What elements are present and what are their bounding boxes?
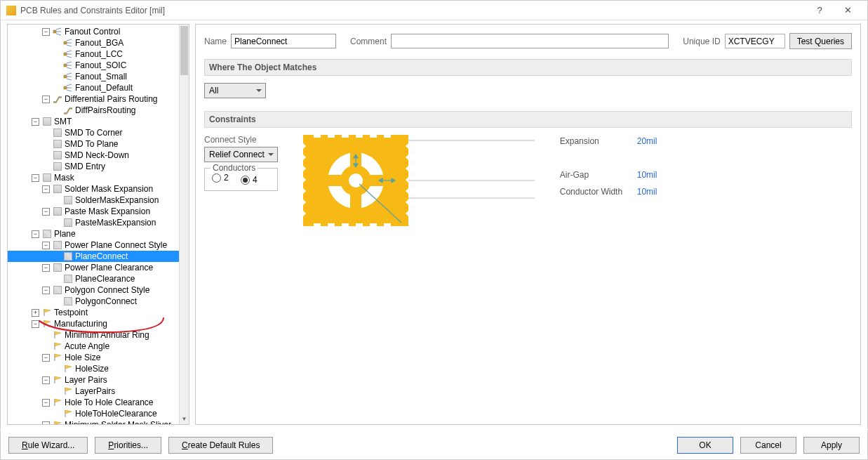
svg-rect-40	[370, 135, 377, 138]
sq-icon	[42, 117, 52, 126]
ok-button[interactable]: OK	[677, 437, 733, 454]
create-default-rules-button[interactable]: Create Default Rules	[168, 437, 273, 454]
tree-scrollbar[interactable]: ▲ ▼	[179, 25, 189, 424]
svg-line-21	[67, 84, 72, 86]
tree-item[interactable]: Fanout_LCC	[8, 48, 179, 60]
tree-item[interactable]: −Minimum Solder Mask Sliver	[8, 419, 179, 424]
connect-style-select[interactable]: Relief Connect	[204, 147, 278, 162]
tree-item[interactable]: LayerPairs	[8, 386, 179, 397]
tree-item[interactable]: −Hole To Hole Clearance	[8, 397, 179, 408]
collapse-toggle[interactable]: −	[42, 354, 50, 362]
tree-item[interactable]: Minimum Annular Ring	[8, 329, 179, 341]
tree-item[interactable]: −Hole Size	[8, 352, 179, 363]
route-icon	[63, 106, 73, 114]
rules-tree[interactable]: −Fanout ControlFanout_BGAFanout_LCCFanou…	[7, 24, 189, 425]
tree-item[interactable]: −Fanout Control	[8, 26, 179, 37]
priorities-button[interactable]: Priorities...	[95, 437, 161, 454]
collapse-toggle[interactable]: −	[42, 28, 50, 36]
collapse-toggle[interactable]: −	[42, 242, 50, 249]
where-section-header: Where The Object Matches	[204, 59, 852, 76]
expansion-value[interactable]: 20mil	[637, 136, 679, 146]
collapse-toggle[interactable]: −	[42, 208, 50, 216]
tree-item[interactable]: PlaneConnect	[8, 251, 179, 262]
rule-wizard-button[interactable]: Rule Wizard...	[8, 437, 88, 454]
collapse-toggle[interactable]: −	[42, 264, 50, 272]
tree-item[interactable]: −Solder Mask Expansion	[8, 183, 179, 195]
tree-item[interactable]: Fanout_BGA	[8, 37, 179, 48]
tree-item[interactable]: SolderMaskExpansion	[8, 195, 179, 206]
name-input[interactable]	[231, 34, 336, 48]
flag-icon	[42, 320, 52, 328]
tree-item-label: SMD Neck-Down	[64, 150, 129, 160]
collapse-toggle[interactable]: −	[32, 320, 39, 328]
conductors-group: Conductors 2 4	[204, 168, 278, 191]
conductor-width-value[interactable]: 10mil	[637, 187, 679, 197]
tree-item[interactable]: −Polygon Connect Style	[8, 284, 179, 296]
tree-item[interactable]: SMD To Corner	[8, 127, 179, 138]
expand-toggle[interactable]: +	[32, 309, 39, 317]
tree-item[interactable]: PasteMaskExpansion	[8, 217, 179, 228]
tree-item-label: Layer Pairs	[64, 375, 107, 385]
collapse-toggle[interactable]: −	[42, 287, 50, 294]
tree-item[interactable]: HoleToHoleClearance	[8, 408, 179, 419]
tree-item[interactable]: −Power Plane Connect Style	[8, 239, 179, 251]
apply-button[interactable]: Apply	[803, 437, 860, 454]
tree-spacer	[53, 219, 60, 227]
tree-item[interactable]: Fanout_Default	[8, 82, 179, 93]
tree-item[interactable]: PlaneClearance	[8, 273, 179, 284]
fanout-icon	[53, 27, 62, 36]
comment-input[interactable]	[391, 34, 669, 48]
tree-item[interactable]: DiffPairsRouting	[8, 105, 179, 116]
tree-item-label: SMD To Plane	[64, 139, 118, 149]
tree-spacer	[53, 365, 60, 373]
tree-item[interactable]: −Manufacturing	[8, 318, 179, 329]
collapse-toggle[interactable]: −	[42, 96, 50, 103]
conductors-4-radio[interactable]: 4	[241, 175, 258, 185]
close-button[interactable]: ✕	[834, 5, 862, 15]
tree-item[interactable]: PolygonConnect	[8, 296, 179, 307]
cancel-button[interactable]: Cancel	[740, 437, 796, 454]
tree-item[interactable]: +Testpoint	[8, 307, 179, 318]
tree-item[interactable]: −Power Plane Clearance	[8, 262, 179, 273]
tree-item[interactable]: −Plane	[8, 228, 179, 239]
scroll-down-icon[interactable]: ▼	[180, 414, 189, 424]
where-matches-select[interactable]: All	[204, 83, 266, 98]
tree-item[interactable]: −Paste Mask Expansion	[8, 206, 179, 217]
scroll-thumb[interactable]	[180, 26, 188, 75]
collapse-toggle[interactable]: −	[42, 185, 50, 193]
collapse-toggle[interactable]: −	[32, 230, 39, 238]
tree-item[interactable]: −SMT	[8, 116, 179, 127]
collapse-toggle[interactable]: −	[42, 376, 50, 384]
help-button[interactable]: ?	[806, 5, 834, 15]
tree-item[interactable]: Fanout_Small	[8, 71, 179, 82]
collapse-toggle[interactable]: −	[32, 174, 39, 182]
tree-item[interactable]: Fanout_SOIC	[8, 60, 179, 71]
svg-line-5	[67, 39, 72, 41]
tree-spacer	[42, 152, 50, 159]
conductors-2-radio[interactable]: 2	[212, 173, 229, 183]
tree-item-label: Power Plane Connect Style	[64, 240, 167, 250]
sq-icon	[53, 151, 62, 159]
collapse-toggle[interactable]: −	[32, 118, 39, 126]
tree-item-label: Fanout_SOIC	[74, 60, 126, 70]
test-queries-button[interactable]: Test Queries	[789, 33, 852, 49]
tree-item-label: PlaneClearance	[74, 274, 135, 284]
tree-item[interactable]: Acute Angle	[8, 341, 179, 352]
collapse-toggle[interactable]: −	[42, 421, 50, 425]
tree-item[interactable]: −Layer Pairs	[8, 374, 179, 386]
tree-spacer	[42, 331, 50, 339]
tree-item[interactable]: SMD Neck-Down	[8, 150, 179, 161]
collapse-toggle[interactable]: −	[42, 399, 50, 407]
tree-item[interactable]: −Differential Pairs Routing	[8, 93, 179, 105]
tree-item[interactable]: HoleSize	[8, 363, 179, 374]
tree-item-label: Fanout_Small	[74, 72, 127, 81]
sqd-icon	[63, 252, 73, 261]
uid-input[interactable]	[725, 34, 785, 48]
tree-item[interactable]: SMD Entry	[8, 161, 179, 172]
tree-spacer	[42, 129, 50, 137]
constraints-section-header: Constraints	[204, 111, 852, 128]
airgap-value[interactable]: 10mil	[637, 170, 679, 180]
tree-item[interactable]: −Mask	[8, 172, 179, 183]
tree-item[interactable]: SMD To Plane	[8, 138, 179, 150]
tree-item-label: HoleToHoleClearance	[74, 409, 157, 419]
